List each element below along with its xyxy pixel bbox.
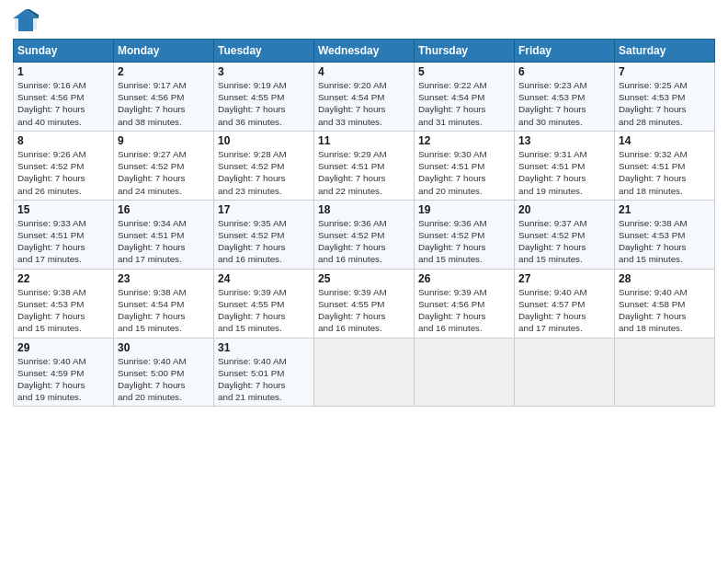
- calendar-cell: 17Sunrise: 9:35 AM Sunset: 4:52 PM Dayli…: [214, 200, 314, 269]
- calendar-cell: 3Sunrise: 9:19 AM Sunset: 4:55 PM Daylig…: [214, 63, 314, 132]
- calendar-cell: 22Sunrise: 9:38 AM Sunset: 4:53 PM Dayli…: [14, 269, 114, 338]
- calendar-cell: 19Sunrise: 9:36 AM Sunset: 4:52 PM Dayli…: [415, 200, 515, 269]
- day-number: 30: [118, 341, 210, 354]
- day-info: Sunrise: 9:37 AM Sunset: 4:52 PM Dayligh…: [518, 217, 610, 266]
- day-number: 25: [318, 272, 410, 285]
- day-number: 2: [118, 65, 210, 78]
- calendar-cell: 26Sunrise: 9:39 AM Sunset: 4:56 PM Dayli…: [415, 269, 515, 338]
- calendar-cell: 2Sunrise: 9:17 AM Sunset: 4:56 PM Daylig…: [114, 63, 214, 132]
- calendar-week-row: 8Sunrise: 9:26 AM Sunset: 4:52 PM Daylig…: [14, 131, 715, 200]
- day-info: Sunrise: 9:38 AM Sunset: 4:54 PM Dayligh…: [118, 286, 210, 335]
- day-number: 6: [518, 65, 610, 78]
- day-info: Sunrise: 9:33 AM Sunset: 4:51 PM Dayligh…: [17, 217, 109, 266]
- day-number: 23: [118, 272, 210, 285]
- calendar-header-sunday: Sunday: [14, 40, 114, 63]
- day-number: 27: [518, 272, 610, 285]
- calendar-cell: [615, 338, 715, 407]
- calendar-cell: 14Sunrise: 9:32 AM Sunset: 4:51 PM Dayli…: [615, 131, 715, 200]
- calendar-table: SundayMondayTuesdayWednesdayThursdayFrid…: [13, 39, 715, 407]
- day-info: Sunrise: 9:17 AM Sunset: 4:56 PM Dayligh…: [118, 79, 210, 128]
- day-number: 19: [418, 203, 510, 216]
- day-number: 3: [218, 65, 310, 78]
- day-number: 15: [17, 203, 109, 216]
- calendar-cell: 30Sunrise: 9:40 AM Sunset: 5:00 PM Dayli…: [114, 338, 214, 407]
- calendar-cell: 23Sunrise: 9:38 AM Sunset: 4:54 PM Dayli…: [114, 269, 214, 338]
- calendar-cell: 24Sunrise: 9:39 AM Sunset: 4:55 PM Dayli…: [214, 269, 314, 338]
- calendar-header-monday: Monday: [114, 40, 214, 63]
- calendar-cell: 21Sunrise: 9:38 AM Sunset: 4:53 PM Dayli…: [615, 200, 715, 269]
- calendar-cell: 11Sunrise: 9:29 AM Sunset: 4:51 PM Dayli…: [314, 131, 415, 200]
- day-info: Sunrise: 9:19 AM Sunset: 4:55 PM Dayligh…: [218, 79, 310, 128]
- day-number: 1: [17, 65, 109, 78]
- day-info: Sunrise: 9:28 AM Sunset: 4:52 PM Dayligh…: [218, 148, 310, 197]
- calendar-header-wednesday: Wednesday: [314, 40, 415, 63]
- calendar-cell: [314, 338, 415, 407]
- calendar-cell: 16Sunrise: 9:34 AM Sunset: 4:51 PM Dayli…: [114, 200, 214, 269]
- header: [13, 9, 715, 31]
- day-info: Sunrise: 9:40 AM Sunset: 4:57 PM Dayligh…: [518, 286, 610, 335]
- day-number: 17: [218, 203, 310, 216]
- day-info: Sunrise: 9:38 AM Sunset: 4:53 PM Dayligh…: [619, 217, 711, 266]
- calendar-cell: 9Sunrise: 9:27 AM Sunset: 4:52 PM Daylig…: [114, 131, 214, 200]
- calendar-cell: 28Sunrise: 9:40 AM Sunset: 4:58 PM Dayli…: [615, 269, 715, 338]
- day-info: Sunrise: 9:40 AM Sunset: 5:01 PM Dayligh…: [218, 355, 310, 404]
- day-info: Sunrise: 9:38 AM Sunset: 4:53 PM Dayligh…: [17, 286, 109, 335]
- calendar-header-row: SundayMondayTuesdayWednesdayThursdayFrid…: [14, 40, 715, 63]
- calendar-cell: [515, 338, 615, 407]
- calendar-cell: 31Sunrise: 9:40 AM Sunset: 5:01 PM Dayli…: [214, 338, 314, 407]
- calendar-cell: 15Sunrise: 9:33 AM Sunset: 4:51 PM Dayli…: [14, 200, 114, 269]
- calendar-header-thursday: Thursday: [415, 40, 515, 63]
- day-info: Sunrise: 9:29 AM Sunset: 4:51 PM Dayligh…: [318, 148, 410, 197]
- calendar-cell: 7Sunrise: 9:25 AM Sunset: 4:53 PM Daylig…: [615, 63, 715, 132]
- day-info: Sunrise: 9:23 AM Sunset: 4:53 PM Dayligh…: [518, 79, 610, 128]
- day-number: 29: [17, 341, 109, 354]
- calendar-cell: 18Sunrise: 9:36 AM Sunset: 4:52 PM Dayli…: [314, 200, 415, 269]
- day-info: Sunrise: 9:22 AM Sunset: 4:54 PM Dayligh…: [418, 79, 510, 128]
- calendar-week-row: 1Sunrise: 9:16 AM Sunset: 4:56 PM Daylig…: [14, 63, 715, 132]
- calendar-cell: 1Sunrise: 9:16 AM Sunset: 4:56 PM Daylig…: [14, 63, 114, 132]
- day-info: Sunrise: 9:36 AM Sunset: 4:52 PM Dayligh…: [318, 217, 410, 266]
- page: SundayMondayTuesdayWednesdayThursdayFrid…: [0, 0, 728, 563]
- day-number: 16: [118, 203, 210, 216]
- day-number: 24: [218, 272, 310, 285]
- calendar-cell: 27Sunrise: 9:40 AM Sunset: 4:57 PM Dayli…: [515, 269, 615, 338]
- calendar-cell: 8Sunrise: 9:26 AM Sunset: 4:52 PM Daylig…: [14, 131, 114, 200]
- day-info: Sunrise: 9:40 AM Sunset: 4:59 PM Dayligh…: [17, 355, 109, 404]
- day-info: Sunrise: 9:26 AM Sunset: 4:52 PM Dayligh…: [17, 148, 109, 197]
- day-info: Sunrise: 9:39 AM Sunset: 4:56 PM Dayligh…: [418, 286, 510, 335]
- day-number: 7: [619, 65, 711, 78]
- day-info: Sunrise: 9:27 AM Sunset: 4:52 PM Dayligh…: [118, 148, 210, 197]
- calendar-cell: 5Sunrise: 9:22 AM Sunset: 4:54 PM Daylig…: [415, 63, 515, 132]
- day-info: Sunrise: 9:39 AM Sunset: 4:55 PM Dayligh…: [318, 286, 410, 335]
- day-number: 5: [418, 65, 510, 78]
- calendar-week-row: 29Sunrise: 9:40 AM Sunset: 4:59 PM Dayli…: [14, 338, 715, 407]
- day-info: Sunrise: 9:32 AM Sunset: 4:51 PM Dayligh…: [619, 148, 711, 197]
- day-info: Sunrise: 9:39 AM Sunset: 4:55 PM Dayligh…: [218, 286, 310, 335]
- day-number: 8: [17, 134, 109, 147]
- day-info: Sunrise: 9:16 AM Sunset: 4:56 PM Dayligh…: [17, 79, 109, 128]
- day-number: 14: [619, 134, 711, 147]
- logo: [13, 9, 42, 31]
- calendar-cell: 12Sunrise: 9:30 AM Sunset: 4:51 PM Dayli…: [415, 131, 515, 200]
- calendar-header-tuesday: Tuesday: [214, 40, 314, 63]
- calendar-week-row: 22Sunrise: 9:38 AM Sunset: 4:53 PM Dayli…: [14, 269, 715, 338]
- day-number: 22: [17, 272, 109, 285]
- calendar-header-saturday: Saturday: [615, 40, 715, 63]
- day-number: 31: [218, 341, 310, 354]
- calendar-cell: 4Sunrise: 9:20 AM Sunset: 4:54 PM Daylig…: [314, 63, 415, 132]
- calendar-cell: 20Sunrise: 9:37 AM Sunset: 4:52 PM Dayli…: [515, 200, 615, 269]
- day-number: 20: [518, 203, 610, 216]
- day-number: 26: [418, 272, 510, 285]
- day-info: Sunrise: 9:20 AM Sunset: 4:54 PM Dayligh…: [318, 79, 410, 128]
- day-info: Sunrise: 9:36 AM Sunset: 4:52 PM Dayligh…: [418, 217, 510, 266]
- day-number: 28: [619, 272, 711, 285]
- calendar-cell: 13Sunrise: 9:31 AM Sunset: 4:51 PM Dayli…: [515, 131, 615, 200]
- day-number: 10: [218, 134, 310, 147]
- logo-icon: [13, 9, 39, 31]
- day-info: Sunrise: 9:35 AM Sunset: 4:52 PM Dayligh…: [218, 217, 310, 266]
- day-info: Sunrise: 9:40 AM Sunset: 4:58 PM Dayligh…: [619, 286, 711, 335]
- day-number: 13: [518, 134, 610, 147]
- calendar-week-row: 15Sunrise: 9:33 AM Sunset: 4:51 PM Dayli…: [14, 200, 715, 269]
- day-info: Sunrise: 9:34 AM Sunset: 4:51 PM Dayligh…: [118, 217, 210, 266]
- calendar-cell: [415, 338, 515, 407]
